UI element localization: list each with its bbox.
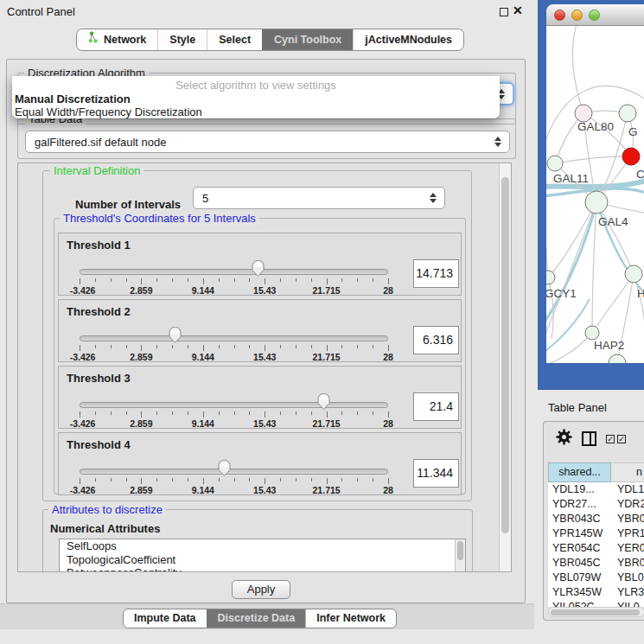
table-data-combobox[interactable]: galFiltered.sif default node [25,131,510,153]
slider-thumb[interactable] [217,459,232,477]
slider-track[interactable] [80,269,388,275]
table-row[interactable]: YLR345WYLR3 [548,585,644,600]
column-layout-icon[interactable] [582,431,596,446]
numerical-attributes-list[interactable]: SelfLoopsTopologicalCoefficientBetweenne… [59,539,466,572]
cell-shared-name[interactable]: YIL052C [548,600,611,607]
table-row[interactable]: YIL052CYIL0 [548,600,644,607]
network-node-gal80[interactable] [575,105,592,122]
tab-infer-network[interactable]: Infer Network [305,609,396,628]
threshold-2-panel: Threshold 2-3.4262.8599.14415.4321.71528… [58,299,462,362]
tab-cyni-toolbox[interactable]: Cyni Toolbox [262,29,353,50]
numerical-attributes-heading: Numerical Attributes [50,522,160,535]
network-node-gal4[interactable] [585,191,608,214]
close-icon[interactable]: ✕ [513,3,523,17]
table-row[interactable]: YER054CYER0 [548,541,644,556]
column-header-name[interactable]: n [611,462,644,482]
dropdown-option-manual-discretization[interactable]: Manual Discretization [12,92,500,105]
network-node-bottom-node[interactable] [609,354,626,363]
cell-name[interactable]: YBR0 [611,512,644,526]
network-edge[interactable] [546,226,548,277]
tab-style[interactable]: Style [157,29,207,50]
network-node-gcy1[interactable] [546,271,555,284]
threshold-value-field[interactable]: 21.4 [413,392,459,421]
cell-name[interactable]: YBR0 [611,556,644,571]
dropdown-option-equal-width-frequency-discretization[interactable]: Equal Width/Frequency Discretization [12,105,500,118]
cell-name[interactable]: YLR3 [611,585,644,600]
checkbox-icon[interactable]: ✓ [617,435,626,443]
table-row[interactable]: YPR145WYPR1 [548,526,644,541]
float-window-icon[interactable] [500,8,508,16]
network-edge[interactable] [596,202,634,274]
algorithm-dropdown-popup: Select algorithm to view settings Manual… [12,76,500,118]
slider-thumb[interactable] [251,259,265,277]
table-row[interactable]: YDR27...YDR2 [548,497,644,512]
cell-shared-name[interactable]: YDL19... [548,482,611,497]
cell-name[interactable]: YER0 [611,541,644,556]
cell-shared-name[interactable]: YBR045C [548,556,611,571]
network-edge[interactable] [592,202,596,333]
cell-shared-name[interactable]: YER054C [548,541,611,556]
tab-network[interactable]: Network [77,29,157,50]
cell-name[interactable]: YBL0 [611,571,644,585]
attributes-group: Attributes to discretize Numerical Attri… [42,509,473,572]
minimize-traffic-light-icon[interactable] [571,10,583,21]
column-header-shared-name[interactable]: shared... [548,462,611,482]
table-row[interactable]: YDL19...YDL1 [548,482,644,497]
panel-scrollbar[interactable] [499,163,511,571]
cell-shared-name[interactable]: YPR145W [548,526,611,541]
cell-name[interactable]: YDR2 [611,497,644,512]
panel-scrollbar-thumb[interactable] [501,177,509,533]
network-window-titlebar[interactable] [546,4,644,26]
slider-thumb[interactable] [316,392,331,411]
network-edge[interactable] [572,26,583,113]
slider-thumb[interactable] [168,326,182,344]
threshold-value-field[interactable]: 6.316 [413,326,459,354]
close-traffic-light-icon[interactable] [554,10,565,21]
attribute-item-topologicalcoefficient[interactable]: TopologicalCoefficient [60,553,465,567]
network-edge[interactable] [546,333,592,363]
attribute-item-selfloops[interactable]: SelfLoops [60,539,465,553]
tab-discretize-data[interactable]: Discretize Data [207,609,306,628]
threshold-value-field[interactable]: 14.713 [413,259,459,288]
list-scrollbar[interactable] [455,539,465,572]
cell-shared-name[interactable]: YBL079W [548,571,611,585]
slider-track[interactable] [80,335,388,341]
number-of-intervals-value: 5 [202,192,208,205]
node-label-g: G [628,125,638,138]
cell-name[interactable]: YDL1 [611,482,644,497]
scrollbar-thumb[interactable] [551,609,640,615]
number-of-intervals-spinner[interactable]: 5 [193,187,445,209]
table-header-row: shared... n [548,462,644,482]
threshold-value-field[interactable]: 11.344 [413,459,459,488]
network-edge[interactable] [592,274,634,333]
zoom-traffic-light-icon[interactable] [589,10,600,21]
network-node-top-right[interactable] [619,105,636,122]
network-view-window: GAL80GCGAL11GAL4GCY1HHAP2 [538,0,644,390]
table-row[interactable]: YBL079WYBL0 [548,571,644,585]
table-row[interactable]: YBR045CYBR0 [548,556,644,571]
cell-name[interactable]: YIL0 [611,600,644,607]
slider-scale-labels: -3.4262.8599.14415.4321.71528 [80,352,388,361]
slider-ticks [80,345,388,352]
tab-jactivemnodules[interactable]: jActiveMNodules [353,29,463,50]
apply-button[interactable]: Apply [232,580,290,599]
tab-select[interactable]: Select [207,29,262,50]
cell-shared-name[interactable]: YLR345W [548,585,611,600]
attribute-item-betweennesscentrality[interactable]: BetweennessCentrality [60,566,465,572]
cell-shared-name[interactable]: YDR27... [548,497,611,512]
slider-track[interactable] [80,469,388,475]
network-node-h-node[interactable] [625,265,642,283]
network-edge[interactable] [555,156,631,163]
network-node-hap2[interactable] [585,326,599,340]
table-settings-gear-icon[interactable] [556,429,572,448]
table-row[interactable]: YBR043CYBR0 [548,512,644,526]
network-node-red-node[interactable] [622,148,640,165]
network-canvas[interactable]: GAL80GCGAL11GAL4GCY1HHAP2 [546,26,644,363]
slider-track[interactable] [80,402,388,408]
checkbox-icon[interactable]: ✓ [606,435,615,443]
cell-shared-name[interactable]: YBR043C [548,512,611,526]
tab-impute-data[interactable]: Impute Data [124,609,207,628]
table-horizontal-scrollbar[interactable] [548,607,644,617]
cell-name[interactable]: YPR1 [611,526,644,541]
network-node-gal11[interactable] [547,156,563,171]
